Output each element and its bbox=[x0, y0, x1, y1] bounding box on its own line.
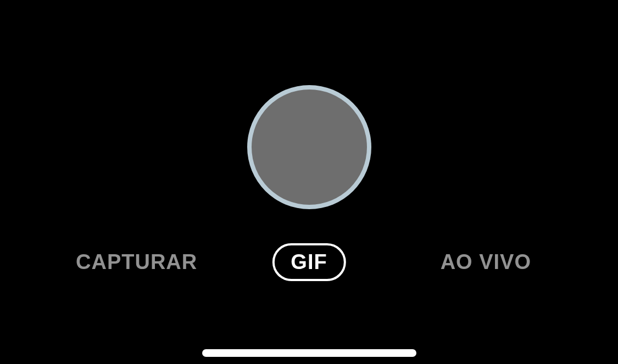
capture-button-inner bbox=[252, 89, 367, 205]
capture-button[interactable] bbox=[247, 85, 371, 209]
home-indicator[interactable] bbox=[202, 349, 416, 357]
mode-tab-label: GIF bbox=[291, 250, 327, 274]
mode-tab-capture[interactable]: CAPTURAR bbox=[76, 250, 197, 274]
mode-tab-label: AO VIVO bbox=[441, 250, 531, 273]
mode-tab-label: CAPTURAR bbox=[76, 250, 197, 273]
mode-tab-live[interactable]: AO VIVO bbox=[441, 250, 531, 274]
mode-tab-pill: GIF bbox=[272, 243, 346, 281]
mode-tab-gif[interactable]: GIF bbox=[272, 243, 346, 281]
